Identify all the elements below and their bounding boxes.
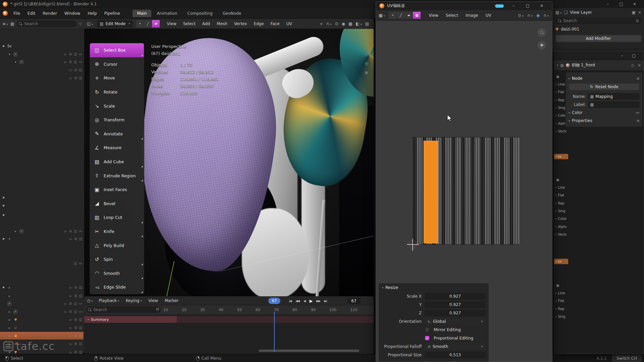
expand-arrow-icon[interactable]: [15, 60, 18, 64]
resize-field[interactable]: ✓ ∩ Smooth ▾: [425, 343, 485, 350]
workspace-tab[interactable]: Compositing: [183, 10, 217, 17]
restriction-icons[interactable]: [69, 342, 84, 346]
node-socket-label[interactable]: Sing: [555, 315, 567, 318]
node-socket-label[interactable]: Vecto: [555, 233, 567, 236]
display-mode-icon[interactable]: ▦: [10, 21, 14, 26]
uv-select-mode-button[interactable]: ╱: [397, 12, 405, 19]
node-socket-label[interactable]: Sing: [555, 106, 567, 110]
pan-gizmo-button[interactable]: ✥: [537, 41, 546, 50]
restriction-icons[interactable]: [74, 261, 84, 265]
outliner-row[interactable]: ✓: [0, 235, 84, 243]
switch-language-button[interactable]: Switch CH: [612, 355, 641, 362]
outliner-row[interactable]: ✓: [0, 284, 84, 291]
restriction-icons[interactable]: [64, 310, 84, 313]
pin-icon[interactable]: ⊙: [636, 18, 639, 23]
mode-dropdown[interactable]: ▧ Edit Mode: [97, 20, 132, 27]
timeline-menu[interactable]: View: [145, 296, 161, 305]
expand-arrow-icon[interactable]: [9, 294, 12, 298]
tool-button[interactable]: ↺ Spin: [90, 252, 144, 266]
resize-field[interactable]: ✓ ∟ Global ▾: [425, 318, 485, 325]
editor-type-dropdown[interactable]: ◱: [87, 21, 93, 26]
timeline-scrollbar[interactable]: [259, 350, 359, 352]
outliner-row[interactable]: ✓: [0, 259, 84, 267]
uv-menu[interactable]: View: [425, 11, 441, 20]
add-modifier-button[interactable]: Add Modifier: [555, 35, 641, 42]
node-socket-label[interactable]: Rep: [555, 201, 567, 205]
restriction-icons[interactable]: [69, 294, 84, 298]
filter-invert-icon[interactable]: ⇄: [156, 307, 159, 311]
collection-checkbox[interactable]: ✓: [13, 52, 17, 56]
expand-arrow-icon[interactable]: [9, 286, 12, 289]
uv-header-icon[interactable]: ∩: [543, 13, 549, 18]
playhead-badge[interactable]: 67: [268, 298, 280, 304]
minimize[interactable]: –: [601, 0, 614, 8]
reset-node-button[interactable]: ↻ Reset Node: [569, 83, 640, 90]
close[interactable]: ×: [535, 2, 549, 10]
expand-arrow-icon[interactable]: [9, 334, 12, 338]
topbar-menu[interactable]: Help: [84, 9, 100, 18]
viewport-menu[interactable]: Edge: [251, 19, 267, 28]
tool-button[interactable]: ⇧ Extrude Region: [90, 169, 144, 183]
maximize[interactable]: ▢: [614, 0, 628, 8]
restriction-icons[interactable]: [69, 76, 84, 80]
properties-search-input[interactable]: [563, 18, 634, 23]
outliner-search[interactable]: [16, 20, 77, 27]
color-section-row[interactable]: ▾ Color ≔: [569, 109, 640, 117]
timeline-ruler[interactable]: ⇄ 10 20 30 40 50 60 70 80 90 100: [84, 305, 374, 314]
viewport-menu[interactable]: UV: [283, 19, 295, 28]
node-name-field[interactable]: ▦ Mapping: [588, 93, 640, 100]
resize-field[interactable]: ✓ 0.927 ▾: [425, 310, 485, 316]
tool-button[interactable]: ◅ Edge Slide: [90, 280, 144, 294]
viewport-header-icon[interactable]: ◉: [341, 21, 345, 26]
node-socket-label[interactable]: Flat: [555, 299, 567, 303]
collection-checkbox[interactable]: ✓: [19, 60, 23, 64]
current-frame-field[interactable]: 67: [347, 298, 361, 304]
tool-button[interactable]: ✂ Knife: [90, 225, 144, 239]
node-socket-label[interactable]: Line: [555, 82, 567, 86]
outliner-row[interactable]: ✓: [0, 300, 84, 307]
node-socket-label[interactable]: Rep: [555, 307, 567, 311]
tool-button[interactable]: △ Poly Build: [90, 238, 144, 252]
outliner-row[interactable]: ✓: [0, 292, 84, 300]
timeline-menu[interactable]: Marker: [161, 296, 182, 305]
expand-arrow-icon[interactable]: [9, 237, 12, 241]
select-mode-button[interactable]: ▰: [152, 20, 160, 27]
restriction-icons[interactable]: [69, 68, 84, 72]
collection-checkbox[interactable]: ✓: [7, 302, 11, 306]
chevron-down-icon[interactable]: ▾: [557, 64, 558, 67]
tool-button[interactable]: ↻ Rotate: [90, 85, 144, 99]
uv-menu[interactable]: Image: [462, 11, 482, 20]
viewport-header-icon[interactable]: ◧: [356, 21, 362, 26]
resize-field[interactable]: ✓ Mirror Editing ▾: [425, 326, 485, 333]
collection-checkbox[interactable]: ✓: [19, 229, 23, 233]
outliner-row[interactable]: ✓: [0, 74, 84, 82]
editor-type-dropdown[interactable]: ▤: [555, 10, 561, 15]
outliner-row[interactable]: ✓: [0, 211, 84, 219]
viewport-menu[interactable]: Face: [268, 19, 283, 28]
minimize[interactable]: –: [506, 2, 521, 10]
outliner-row[interactable]: ✓: [0, 50, 84, 58]
topbar-menu[interactable]: Render: [39, 9, 61, 18]
node-socket-label[interactable]: Line: [555, 186, 567, 189]
minimize-icon[interactable]: –: [621, 53, 623, 58]
3d-viewport[interactable]: ◎▤▣ ◱ ▧ Edit Mode • ╱ ▰ View Select Add …: [84, 19, 374, 296]
uv-select-mode-button[interactable]: ▰: [405, 12, 413, 19]
resize-field[interactable]: ✓ 0.927 ▾: [425, 293, 485, 300]
jump-to-start[interactable]: |◀: [287, 299, 293, 303]
node-socket-label[interactable]: Color: [555, 217, 567, 221]
tool-button[interactable]: ⊕ Cursor: [90, 57, 144, 71]
timeline-menu[interactable]: Keying: [122, 296, 145, 305]
node-socket-label[interactable]: Vecto: [555, 129, 567, 133]
zoom-gizmo-button[interactable]: [537, 28, 546, 37]
tool-button[interactable]: ▣ Inset Faces: [90, 183, 144, 197]
uv-header-icon[interactable]: ⊙: [518, 13, 524, 18]
uv-header-icon[interactable]: ◉: [536, 13, 540, 18]
topbar-menu[interactable]: File: [10, 9, 24, 18]
editor-type-dropdown[interactable]: ▦: [379, 13, 385, 18]
node-socket-label[interactable]: Flat: [555, 90, 567, 94]
outliner-row[interactable]: ✓: [0, 202, 84, 209]
maximize-icon[interactable]: ▢: [632, 53, 636, 58]
node-socket-label[interactable]: Rep: [555, 98, 567, 102]
uv-menu[interactable]: Select: [442, 11, 462, 20]
jump-to-end[interactable]: ▶|: [323, 299, 328, 303]
